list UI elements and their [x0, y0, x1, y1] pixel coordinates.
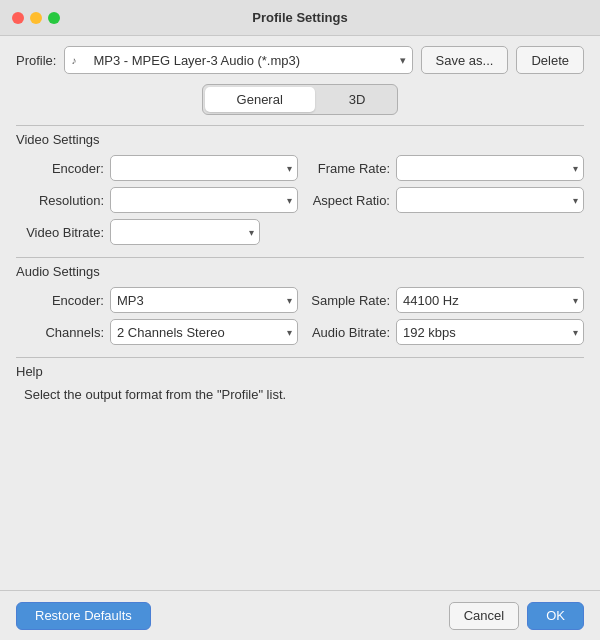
encoder-select-wrap: [110, 155, 298, 181]
ok-button[interactable]: OK: [527, 602, 584, 630]
resolution-select[interactable]: [110, 187, 298, 213]
videobitrate-label: Video Bitrate:: [24, 225, 104, 240]
bottom-bar: Restore Defaults Cancel OK: [0, 590, 600, 640]
channels-select[interactable]: 2 Channels Stereo: [110, 319, 298, 345]
window-title: Profile Settings: [252, 10, 347, 25]
audio-settings-title: Audio Settings: [16, 264, 584, 279]
channels-row: Channels: 2 Channels Stereo: [24, 319, 298, 345]
resolution-label: Resolution:: [24, 193, 104, 208]
window-controls: [12, 12, 60, 24]
title-bar: Profile Settings: [0, 0, 600, 36]
encoder-label: Encoder:: [24, 161, 104, 176]
framerate-label: Frame Rate:: [310, 161, 390, 176]
aspectratio-row: Aspect Ratio:: [310, 187, 584, 213]
aspectratio-select[interactable]: [396, 187, 584, 213]
framerate-select-wrap: [396, 155, 584, 181]
divider-3: [16, 357, 584, 358]
help-section: Help Select the output format from the "…: [16, 364, 584, 402]
bottom-right-buttons: Cancel OK: [449, 602, 584, 630]
tabs-row: General 3D: [16, 84, 584, 115]
divider-1: [16, 125, 584, 126]
samplerate-label: Sample Rate:: [310, 293, 390, 308]
video-fields-grid: Encoder: Frame Rate: Resolution:: [16, 155, 584, 213]
samplerate-row: Sample Rate: 44100 Hz: [310, 287, 584, 313]
tabs-container: General 3D: [202, 84, 399, 115]
aspectratio-select-wrap: [396, 187, 584, 213]
audio-encoder-label: Encoder:: [24, 293, 104, 308]
main-content: Profile: ♪ MP3 - MPEG Layer-3 Audio (*.m…: [0, 36, 600, 412]
audiobitrate-row: Audio Bitrate: 192 kbps: [310, 319, 584, 345]
video-settings-section: Video Settings Encoder: Frame Rate:: [16, 132, 584, 245]
minimize-button[interactable]: [30, 12, 42, 24]
maximize-button[interactable]: [48, 12, 60, 24]
restore-defaults-button[interactable]: Restore Defaults: [16, 602, 151, 630]
divider-2: [16, 257, 584, 258]
help-text: Select the output format from the "Profi…: [16, 387, 584, 402]
delete-button[interactable]: Delete: [516, 46, 584, 74]
audio-settings-section: Audio Settings Encoder: MP3 Sample Rate:…: [16, 264, 584, 345]
audio-encoder-row: Encoder: MP3: [24, 287, 298, 313]
cancel-button[interactable]: Cancel: [449, 602, 519, 630]
close-button[interactable]: [12, 12, 24, 24]
encoder-select[interactable]: [110, 155, 298, 181]
framerate-row: Frame Rate:: [310, 155, 584, 181]
audio-encoder-select-wrap: MP3: [110, 287, 298, 313]
profile-select[interactable]: MP3 - MPEG Layer-3 Audio (*.mp3): [64, 46, 412, 74]
tab-general[interactable]: General: [205, 87, 315, 112]
audio-encoder-select[interactable]: MP3: [110, 287, 298, 313]
profile-select-wrap: ♪ MP3 - MPEG Layer-3 Audio (*.mp3): [64, 46, 412, 74]
framerate-select[interactable]: [396, 155, 584, 181]
profile-label: Profile:: [16, 53, 56, 68]
save-as-button[interactable]: Save as...: [421, 46, 509, 74]
audiobitrate-select-wrap: 192 kbps: [396, 319, 584, 345]
audio-fields-grid: Encoder: MP3 Sample Rate: 44100 Hz Cha: [16, 287, 584, 345]
aspectratio-label: Aspect Ratio:: [310, 193, 390, 208]
profile-row: Profile: ♪ MP3 - MPEG Layer-3 Audio (*.m…: [16, 46, 584, 74]
channels-label: Channels:: [24, 325, 104, 340]
video-settings-title: Video Settings: [16, 132, 584, 147]
help-title: Help: [16, 364, 584, 379]
samplerate-select[interactable]: 44100 Hz: [396, 287, 584, 313]
audiobitrate-select[interactable]: 192 kbps: [396, 319, 584, 345]
channels-select-wrap: 2 Channels Stereo: [110, 319, 298, 345]
videobitrate-row: Video Bitrate:: [16, 219, 584, 245]
audiobitrate-label: Audio Bitrate:: [310, 325, 390, 340]
samplerate-select-wrap: 44100 Hz: [396, 287, 584, 313]
videobitrate-select-wrap: [110, 219, 260, 245]
resolution-select-wrap: [110, 187, 298, 213]
videobitrate-select[interactable]: [110, 219, 260, 245]
resolution-row: Resolution:: [24, 187, 298, 213]
tab-3d[interactable]: 3D: [317, 85, 398, 114]
encoder-row: Encoder:: [24, 155, 298, 181]
